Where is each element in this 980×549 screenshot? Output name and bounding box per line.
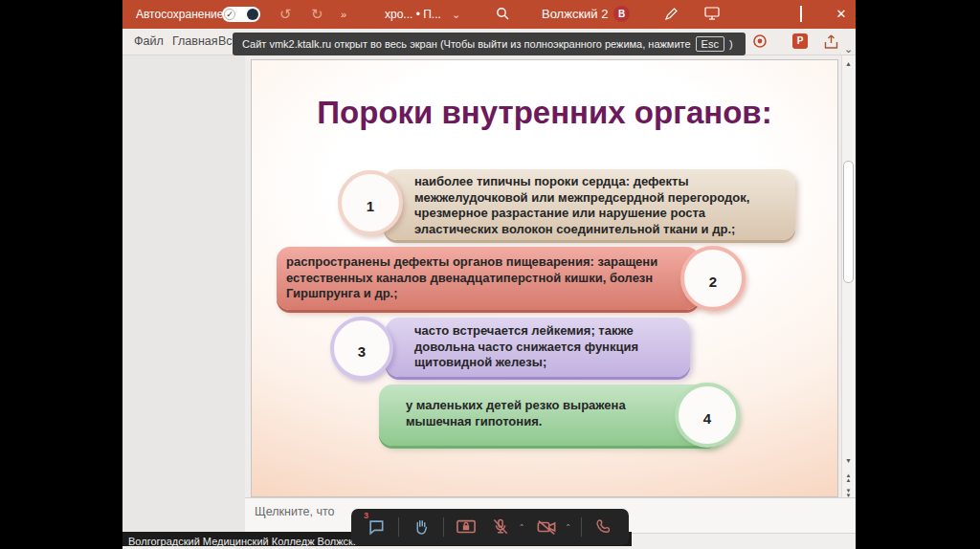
call-controls-toolbar: 3 ⌃ ⌃: [351, 509, 629, 545]
item-4-number-circle[interactable]: 4: [675, 383, 740, 448]
ink-pen-icon[interactable]: [664, 7, 679, 25]
close-button[interactable]: ✕: [827, 3, 856, 26]
minimize-button[interactable]: [746, 3, 775, 26]
slide-thumbnail-panel: [122, 55, 245, 533]
document-title[interactable]: хро... • П...: [385, 0, 441, 29]
account-badge: В: [613, 6, 630, 22]
microphone-muted-button[interactable]: [488, 515, 513, 539]
record-icon[interactable]: [752, 33, 768, 53]
esc-key-label: Esc: [696, 36, 724, 52]
slide-title[interactable]: Пороки внутренних органов:: [252, 95, 837, 131]
item-3-line: довольна часто снижается функция: [414, 340, 638, 356]
menu-home[interactable]: Главная: [172, 34, 218, 48]
slide-canvas: Пороки внутренних органов: наиболее типи…: [251, 59, 838, 497]
maximize-button[interactable]: [787, 3, 815, 26]
notes-placeholder: Щелкните, что: [255, 505, 334, 518]
search-icon[interactable]: [496, 7, 510, 25]
item-1-number-circle[interactable]: 1: [338, 170, 403, 235]
fullscreen-notification: Сайт vmk2.ktalk.ru открыт во весь экран …: [233, 33, 746, 55]
item-2-line: Гиршпрунга и др.;: [286, 286, 657, 302]
powerpoint-app-icon[interactable]: [792, 33, 808, 49]
slide-item-3-bar[interactable]: часто встречается лейкемия; также доволь…: [386, 318, 690, 377]
menu-file[interactable]: Файл: [134, 34, 164, 48]
camera-options-chevron-icon[interactable]: ⌃: [565, 523, 571, 532]
item-1-line: наиболее типичны пороки сердца: дефекты: [414, 174, 749, 190]
item-1-line: эластических волокон соединительной ткан…: [414, 222, 749, 238]
toggle-knob-icon: [247, 9, 258, 20]
raise-hand-button[interactable]: [409, 515, 434, 539]
hand-icon: [412, 517, 431, 537]
chat-button[interactable]: 3: [364, 515, 389, 539]
scroll-down-icon[interactable]: ▼: [841, 454, 856, 468]
item-1-line: межжелудочковой или межпредсердной перег…: [414, 190, 749, 207]
hang-up-button[interactable]: [591, 515, 616, 539]
check-icon: [224, 9, 235, 20]
divider: [398, 517, 399, 537]
mic-muted-icon: [491, 517, 510, 537]
item-4-line: мышечная гипотония.: [406, 414, 626, 430]
ribbon-overflow-icon[interactable]: »: [341, 0, 346, 29]
share-icon[interactable]: [823, 33, 839, 54]
divider: [443, 517, 444, 537]
item-2-number-circle[interactable]: 2: [680, 246, 746, 311]
item-4-line: у маленьких детей резко выражена: [406, 398, 626, 414]
redo-icon[interactable]: ↻: [311, 0, 323, 29]
undo-icon[interactable]: ↺: [279, 0, 292, 29]
item-2-line: распространены дефекты органов пищеварен…: [286, 254, 657, 271]
screen-share-locked-button[interactable]: [454, 515, 479, 539]
share-chevron-icon[interactable]: ⌄: [844, 34, 853, 63]
divider: [581, 517, 582, 537]
item-3-number-circle[interactable]: 3: [330, 317, 393, 380]
notification-suffix: ): [729, 38, 733, 50]
slide-item-4-bar[interactable]: у маленьких детей резко выражена мышечна…: [379, 384, 720, 446]
maximize-icon: [800, 6, 802, 22]
item-2-line: естественных каналов двенадцатиперстной …: [286, 271, 657, 287]
chat-badge: 3: [364, 511, 368, 520]
editor-scrollbar-thumb[interactable]: [843, 161, 854, 283]
slide-item-2-bar[interactable]: распространены дефекты органов пищеварен…: [277, 247, 700, 310]
screen: Автосохранение ↺ ↻ » хро... • П... ⌄ Вол…: [0, 0, 980, 549]
notification-text: Сайт vmk2.ktalk.ru открыт во весь экран …: [242, 38, 691, 50]
autosave-label: Автосохранение: [136, 0, 223, 29]
item-3-line: часто встречается лейкемия; также: [414, 323, 638, 340]
present-display-icon[interactable]: [704, 7, 720, 24]
chat-icon: [367, 517, 386, 537]
participant-name: Волгоградский Медицинский Колледж Волжск…: [128, 536, 376, 547]
mic-options-chevron-icon[interactable]: ⌃: [519, 523, 525, 532]
slide-item-1-bar[interactable]: наиболее типичны пороки сердца: дефекты …: [384, 169, 795, 240]
window-title: Волжский 2: [542, 0, 608, 29]
item-3-line: щитовидной железы;: [414, 355, 638, 371]
camera-off-icon: [536, 517, 557, 537]
item-1-line: чрезмерное разрастание или нарушение рос…: [414, 206, 749, 222]
title-bar: Автосохранение ↺ ↻ » хро... • П... ⌄ Вол…: [122, 0, 856, 29]
screen-share-lock-icon: [456, 517, 477, 537]
camera-off-button[interactable]: [534, 515, 559, 539]
phone-icon: [594, 517, 613, 537]
previous-slide-button[interactable]: ▲▲: [841, 471, 856, 486]
autosave-toggle[interactable]: [222, 7, 260, 22]
chevron-down-icon[interactable]: ⌄: [452, 0, 460, 29]
